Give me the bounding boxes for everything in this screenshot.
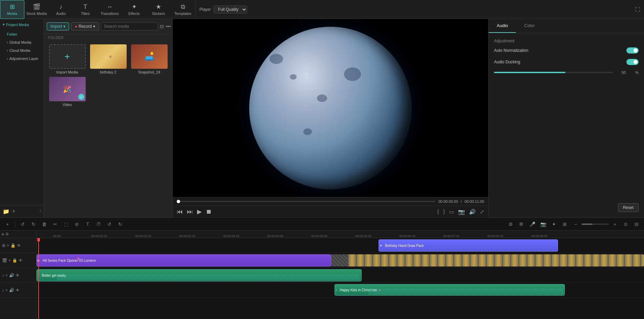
media-item-video[interactable]: 🎉 ✓ Video (48, 77, 86, 107)
templates-icon: ⧉ (181, 3, 185, 10)
rotate-left-icon[interactable]: ↺ (105, 219, 114, 229)
track2-lock-icon[interactable]: 🔒 (12, 258, 17, 263)
sidebar-item-folder[interactable]: Folder (0, 30, 44, 38)
wand-icon[interactable]: ✦ (549, 219, 559, 229)
track4-hide-icon[interactable]: 👁 (16, 288, 20, 293)
columns-icon[interactable]: ⊟ (632, 219, 641, 229)
fullscreen-icon[interactable]: ⤢ (480, 209, 484, 215)
track-row-1: ★ Birthday Hand Draw Pack (37, 238, 644, 253)
add-track-icon[interactable]: ⊕ (1, 232, 4, 236)
redo-icon[interactable]: ↻ (29, 219, 38, 229)
cut-icon[interactable]: ✂ (50, 219, 60, 229)
record-button[interactable]: ● Record ▾ (71, 22, 99, 30)
nav-stock-media[interactable]: 🎬 Stock Media (24, 0, 49, 19)
waveform-happy-kids (369, 289, 563, 295)
mark-out-icon[interactable]: } (443, 209, 445, 215)
reset-button[interactable]: Reset (618, 203, 639, 212)
adjustment-section-title: Adjustment (494, 39, 639, 43)
nav-media[interactable]: ⊞ Media (0, 0, 24, 19)
nav-templates[interactable]: ⧉ Templates (171, 0, 195, 19)
plus-zoom-icon[interactable]: + (610, 219, 620, 229)
sort-icon[interactable]: ⊟ (160, 24, 164, 29)
right-panel: Audio Color Adjustment Auto Normalizatio… (488, 19, 644, 217)
nav-titles[interactable]: T Titles (73, 0, 98, 19)
add-icon[interactable]: + (12, 208, 15, 215)
audio-icon[interactable]: 🔊 (469, 209, 476, 215)
track3-hide-icon[interactable]: 👁 (16, 273, 20, 278)
nav-audio[interactable]: ♪ Audio (49, 0, 73, 19)
plus-icon: + (64, 51, 70, 62)
birthday2-label: birthday 2 (100, 70, 116, 74)
audio-ducking-slider[interactable] (494, 72, 613, 73)
mark-in-icon[interactable]: { (437, 209, 439, 215)
filmstrip-area (348, 254, 644, 267)
nav-stickers[interactable]: ★ Stickers (146, 0, 171, 19)
sidebar-item-cloud-media[interactable]: › Cloud Media (0, 46, 44, 55)
track1-hide-icon[interactable]: 👁 (17, 243, 21, 248)
sidebar-item-global-media[interactable]: › Global Media (0, 38, 44, 46)
step-back-icon[interactable]: ⏭ (187, 208, 193, 215)
collapse-sidebar-icon[interactable]: ‹ (40, 208, 41, 215)
grid-icon[interactable]: ⊞ (560, 219, 570, 229)
tab-color[interactable]: Color (516, 19, 543, 33)
minus-zoom-icon[interactable]: − (571, 219, 580, 229)
video-canvas (173, 19, 488, 197)
tab-audio[interactable]: Audio (489, 19, 516, 33)
nav-transitions[interactable]: ↔ Transitions (98, 0, 122, 19)
media-item-birthday2[interactable]: 🎂 🎉 birthday 2 (89, 44, 127, 74)
media-item-snapshot19[interactable]: 🛋️ Snapshot_19 (130, 44, 168, 74)
track1-lock-icon[interactable]: 🔒 (10, 243, 16, 248)
track3-add-icon[interactable]: + (5, 273, 8, 278)
snapshot-thumbnail: 🛋️ (131, 44, 168, 69)
play-icon[interactable]: ▶ (197, 208, 202, 215)
screenshot-icon[interactable]: 📷 (458, 209, 465, 215)
search-input[interactable] (101, 22, 158, 30)
playhead[interactable] (38, 238, 39, 319)
import-button[interactable]: Import ▾ (47, 22, 69, 30)
timeline-add-icon[interactable]: + (3, 219, 12, 229)
birthday-clip[interactable]: ★ Birthday Hand Draw Pack (379, 239, 558, 252)
auto-normalization-label: Auto Normalization (494, 48, 626, 53)
mic-icon[interactable]: 🎤 (528, 219, 537, 229)
sidebar-project-media-title[interactable]: ▾ Project Media (3, 22, 41, 27)
track3-volume-icon[interactable]: 🔊 (9, 273, 14, 278)
chevron-down-icon: ▾ (3, 22, 5, 27)
camera-icon[interactable]: 📷 (538, 219, 548, 229)
import-thumb: + (49, 44, 86, 69)
track4-volume-icon[interactable]: 🔊 (9, 288, 14, 293)
rotate-right-icon[interactable]: ↻ (115, 219, 125, 229)
caption-icon[interactable]: ▭ (449, 209, 454, 215)
split-icon[interactable]: ⬚ (61, 219, 71, 229)
new-folder-icon[interactable]: 📁 (3, 208, 9, 215)
settings-icon[interactable]: ⚙ (506, 219, 515, 229)
crop-icon[interactable]: ⊘ (72, 219, 82, 229)
quality-select[interactable]: Full Quality (214, 5, 247, 14)
progress-track[interactable] (177, 201, 436, 202)
zoom-slider[interactable] (582, 219, 609, 229)
text-icon[interactable]: T (83, 219, 92, 229)
track4-add-icon[interactable]: + (5, 288, 8, 293)
undo-icon[interactable]: ↺ (18, 219, 27, 229)
timeline-ruler: 00:00 00:00:00:25 00:00:01:20 00:00:02:1… (37, 231, 644, 238)
fit-icon[interactable]: ⊙ (621, 219, 630, 229)
media-item-import[interactable]: + Import Media (48, 44, 86, 74)
happy-kids-clip[interactable]: ♪ Happy Kids in Christmas ♥ (335, 284, 565, 296)
timer-icon[interactable]: ⏱ (94, 219, 103, 229)
skip-back-icon[interactable]: ⏮ (177, 208, 183, 215)
video-controls: ⏮ ⏭ ▶ ⏹ { } ▭ 📷 🔊 ⤢ (173, 206, 488, 217)
sidebar-item-adjustment-layer[interactable]: › Adjustment Layer (0, 55, 44, 63)
expand-player-icon[interactable]: ⛶ (635, 7, 640, 12)
track2-hide-icon[interactable]: 👁 (19, 258, 23, 263)
hit-series-clip[interactable]: ▶ Hit Series Pack Opener 03 Lumiere (37, 254, 331, 267)
delete-icon[interactable]: 🗑 (40, 219, 49, 229)
track2-add-icon[interactable]: + (8, 258, 11, 263)
stop-icon[interactable]: ⏹ (206, 208, 212, 215)
nav-effects[interactable]: ✦ Effects (122, 0, 146, 19)
track1-add-icon[interactable]: + (7, 243, 9, 248)
shield-icon[interactable]: ⛨ (517, 219, 526, 229)
better-get-clip[interactable]: ♪ Better get ready (37, 269, 362, 281)
magnet-icon[interactable]: ⦿ (5, 232, 9, 236)
auto-normalization-toggle[interactable] (626, 47, 639, 54)
more-options-icon[interactable]: ••• (166, 24, 171, 29)
audio-ducking-toggle[interactable] (626, 59, 639, 65)
